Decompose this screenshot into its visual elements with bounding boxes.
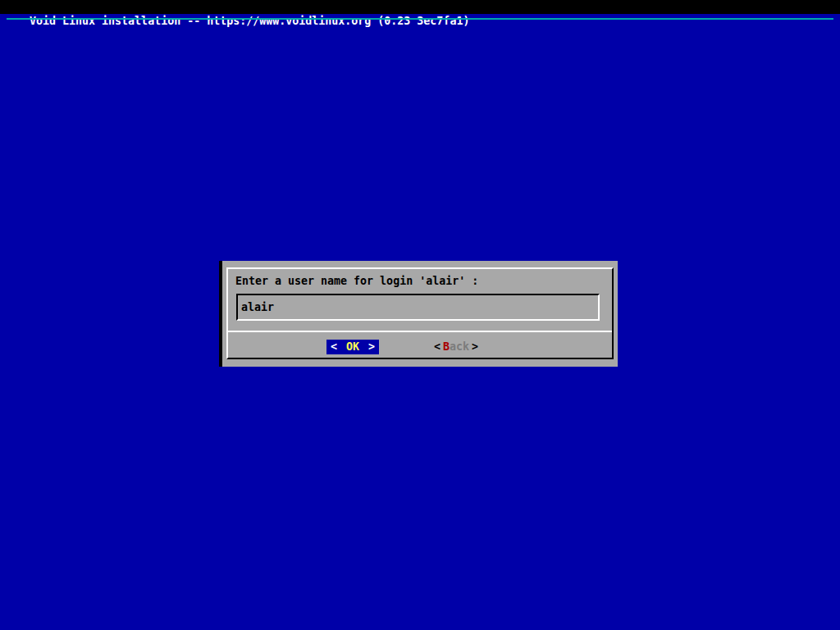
back-label-rest: ack [450, 340, 469, 353]
back-hotkey-letter: B [443, 340, 450, 353]
button-row-separator [228, 331, 612, 332]
ok-button-label: OK [346, 340, 359, 354]
username-input[interactable]: alair [236, 294, 600, 321]
ok-button[interactable]: <OK> [326, 340, 379, 354]
username-dialog: Enter a user name for login 'alair' : al… [222, 261, 618, 367]
back-left-arrow: < [434, 340, 441, 354]
backtitle-text: Void Linux installation -- https://www.v… [26, 15, 469, 27]
back-right-arrow: > [472, 340, 478, 354]
title-separator-line [7, 18, 833, 20]
back-button[interactable]: <Back> [430, 340, 482, 354]
dialog-message: Enter a user name for login 'alair' : [235, 276, 478, 287]
username-input-value: alair [241, 295, 274, 319]
back-button-label: Back [443, 340, 469, 354]
ok-left-arrow: < [331, 340, 337, 354]
console-screen: Void Linux installation -- https://www.v… [0, 0, 840, 630]
ok-right-arrow: > [368, 340, 375, 354]
backtitle-bar: Void Linux installation -- https://www.v… [0, 0, 840, 14]
